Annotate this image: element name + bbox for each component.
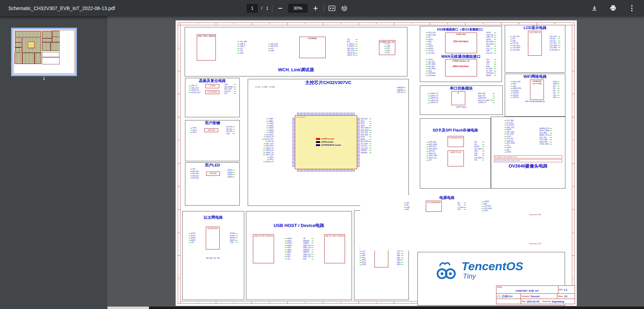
net-column: SHELLSHELLSHELLSHELLGNDVBUSSBU2DN2DP2CC2 (285, 238, 292, 260)
net-label: OSC32_IN (264, 136, 274, 138)
net-label: VREF- (266, 118, 274, 120)
net-label: LED_CON (347, 50, 358, 52)
net-column: +5V_USBUSB_NUSB_PCC1CC2GND (237, 41, 247, 54)
net-label: IO0 (553, 90, 559, 92)
net-label: LED02 (266, 127, 274, 129)
grid-ref-label: 5 (323, 22, 359, 25)
net-label: GPIO14 (511, 92, 521, 94)
net-column: SPI2_SCKSPI2_NSSNCGPIO1ADCDACGPIO2GPIO3I… (426, 32, 436, 54)
net-label: GND (380, 45, 394, 47)
page-total: 1 (266, 6, 268, 11)
net-label: LCD_RES (549, 47, 560, 49)
esp-module: U7 ESP-12F esp_config (530, 80, 544, 100)
net-label: SDIO_CLK (426, 157, 437, 159)
net-label: UART2_TX (428, 93, 438, 95)
net-label: VIN (458, 204, 466, 206)
grid-ref-label: 9 (465, 22, 501, 25)
thumbnail-page-label: 1 (11, 76, 77, 81)
mcu-pins-left (292, 118, 295, 167)
rotate-button[interactable] (340, 4, 349, 13)
net-label: VCC_5.0 (486, 52, 496, 54)
pdf-viewport[interactable]: 1234567891011 1234567891011 ABCDEF ABCDE… (107, 16, 644, 309)
tencentos-icon (435, 260, 457, 281)
net-label: SPI3_NSS (426, 141, 437, 143)
net-label: 3V3 (224, 93, 236, 95)
chip-name: U3 WAN_Interface_sch (452, 60, 469, 62)
tencentos-wordmark: TencentOS (461, 260, 523, 272)
net-column: SPI3_NSSSPI3_MISOSPI3_SCKSPI3_MOSIR20 10… (426, 141, 437, 161)
zoom-level-input[interactable]: 30% (288, 4, 308, 13)
net-label: SW (404, 209, 410, 211)
net-label: GPIO2/NC (426, 72, 436, 74)
page-number-input[interactable]: 1 (247, 4, 258, 13)
net-label: SPI_NSS (426, 61, 436, 63)
grid-ref-label: 8 (430, 22, 465, 25)
block-title: SD卡及SPI Flash存储电路 (420, 128, 491, 133)
print-button[interactable] (609, 4, 618, 13)
sheet-label: Sheet: (558, 295, 563, 297)
thumbnail-sidebar: 1 (0, 16, 107, 309)
connector-name: USB1 TYPE-C 16P(073) (198, 35, 215, 37)
sheet-column-labels-top: 1234567891011 (180, 22, 572, 25)
section-title: 电源电路 (426, 195, 468, 200)
fit-to-page-button[interactable] (327, 4, 336, 13)
net-label: SDCLK_PB10 (539, 130, 552, 132)
net-column: V5.0GNDV3.3GNDAT_RXDAT_TXDGPIO4/NCRESET (486, 59, 496, 76)
net-label: LED26 (482, 201, 492, 203)
page-thumbnail[interactable] (11, 28, 77, 76)
net-label: RESET (486, 75, 496, 77)
net-column: USB2DMUSB2DPCAM_D5 (397, 87, 406, 93)
net-label: CAM_D5 (504, 140, 515, 142)
net-label: AT_RXD (486, 68, 496, 70)
net-label: D_SWDIO (347, 45, 358, 47)
net-label: KEY3 (190, 131, 197, 134)
net-label: USB2DP (397, 89, 406, 91)
more-options-button[interactable] (627, 4, 636, 13)
grid-ref-label: 2 (216, 22, 252, 25)
net-label: SPI_MOSI (486, 41, 496, 43)
zoom-out-button[interactable] (276, 4, 285, 13)
legend-label: @VDD&VBAT power (321, 144, 341, 146)
net-label: GND (226, 133, 235, 135)
net-label: ERXP1 (230, 239, 238, 242)
net-label: SDIO_D0 (426, 153, 437, 155)
block-usb-host-device: USB HOST / Device电路 USB_HS TYPE-C 16P(07… (246, 211, 352, 300)
tiny-wordmark: Tiny (463, 272, 523, 280)
net-label: GND (426, 70, 436, 72)
mcu-pins-right (357, 118, 360, 167)
block-title: 主控芯片CH32V307VC (248, 80, 408, 85)
net-label: W_GPIO1 (264, 134, 274, 136)
net-label: UART6_TX (263, 147, 274, 149)
fit-width-icon (328, 6, 335, 11)
schematic-page: 1234567891011 1234567891011 ABCDEF ABCDE… (176, 20, 577, 306)
net-label: IIC_SCL (426, 50, 436, 52)
block-sd-flash: SD卡及SPI Flash存储电路 SPI3_NSSSPI3_MISOSPI3_… (420, 118, 491, 189)
download-button[interactable] (590, 4, 599, 13)
net-label: RST (511, 83, 521, 85)
net-label: PD9 (360, 257, 366, 259)
net-column: GNDSW1 RESETMCU_RSTR10 10K3V3 (224, 84, 236, 95)
net-label: RX1 (504, 149, 515, 151)
zoom-in-button[interactable] (311, 4, 320, 13)
grid-ref-label: E (178, 209, 180, 255)
net-label: 3V3 (510, 38, 520, 40)
horizontal-scrollbar-track[interactable] (149, 307, 644, 309)
net-label: ETXP (361, 136, 371, 138)
net-label: OSC_OUT (189, 87, 201, 89)
net-label: PD7 (360, 253, 366, 255)
net-label: SDA_PB11 (539, 132, 552, 134)
drawn-by-label: Drawn By: (542, 300, 551, 302)
net-column: LCD_VCCLCD_BLLCD_DCLCD_SCKLCD_MOSILCD_RE… (549, 36, 560, 51)
net-label: USB2DM (397, 87, 406, 89)
mcu-pins-top (297, 112, 355, 115)
net-label: MCU_RST (264, 145, 274, 147)
more-vertical-icon (631, 5, 633, 11)
net-label: UART6_TX (478, 102, 495, 104)
block-title: OV2640摄像头电路 (491, 164, 565, 169)
net-label: GND (486, 66, 496, 68)
sheet-cell: Sheet: 1/1 (557, 294, 575, 299)
net-label: TXD0 (553, 81, 559, 83)
block-wch-link: USB1 TYPE-C 16P(073) +5V_USBUSB_NUSB_PCC… (185, 27, 407, 76)
net-label: USB1_CC2 (303, 256, 313, 258)
net-column: GPIO4UART_RXUART_TXGPIO5SPI_MOSISPI_MISO… (486, 32, 496, 54)
